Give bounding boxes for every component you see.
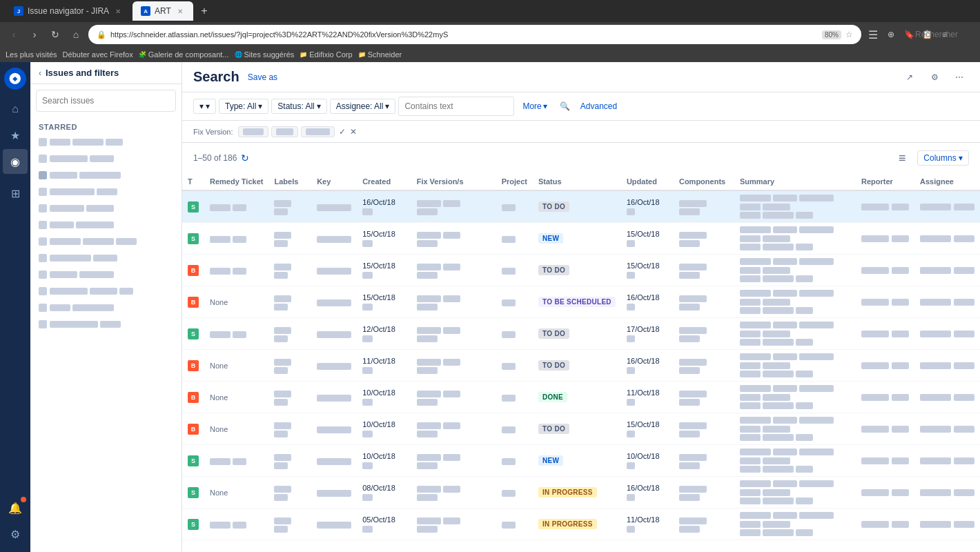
col-summary[interactable]: Summary [734, 173, 856, 190]
settings-button[interactable]: ⚙ [925, 68, 944, 87]
col-labels[interactable]: Labels [268, 173, 311, 190]
sidebar-item-12[interactable] [30, 316, 182, 333]
search-issues-input[interactable] [36, 90, 176, 112]
secondary-back-btn[interactable]: ‹ [39, 68, 41, 78]
table-row[interactable]: B None 10/Oct/18 DONE 11/Oct/18 [182, 382, 980, 413]
sidebar-item-1[interactable] [30, 134, 182, 150]
extension-icon-2[interactable]: ⊕ [883, 27, 899, 42]
col-reporter[interactable]: Reporter [856, 173, 914, 190]
more-filter-btn[interactable]: More ▾ [517, 99, 552, 113]
table-row[interactable]: B None 11/Oct/18 TO DO 16/Oct/18 [182, 350, 980, 382]
advanced-link[interactable]: Advanced [578, 101, 620, 111]
extension-icon-3[interactable]: 🔖 [901, 27, 917, 42]
col-status[interactable]: Status [533, 173, 621, 190]
sidebar-icon-notifications[interactable]: 🔔 [3, 495, 28, 520]
browser-search-input[interactable] [915, 30, 980, 39]
extension-icon-1[interactable]: ☰ [865, 27, 881, 42]
col-key[interactable]: Key [311, 173, 357, 190]
sidebar-icon-search[interactable]: ◉ [3, 149, 28, 174]
cell-key[interactable] [311, 445, 357, 477]
list-view-toggle[interactable]: ≡ [892, 148, 912, 168]
table-row[interactable]: B None 15/Oct/18 TO BE SCHEDULED 16/Oct/… [182, 286, 980, 318]
cell-status: IN PROGRESS [533, 509, 621, 540]
cell-key[interactable] [311, 509, 357, 540]
table-row[interactable]: S 15/Oct/18 NEW 15/Oct/18 [182, 223, 980, 255]
col-updated[interactable]: Updated [621, 173, 674, 190]
sidebar-item-8[interactable] [30, 250, 182, 266]
sidebar-icon-settings[interactable]: ⚙ [3, 522, 28, 546]
reload-button[interactable]: ↻ [47, 26, 63, 43]
share-button[interactable]: ↗ [900, 68, 919, 87]
sidebar-item-2[interactable] [30, 150, 182, 167]
status-filter-btn[interactable]: Status: All ▾ [271, 99, 326, 114]
star-address-icon[interactable]: ☆ [845, 30, 853, 39]
table-row[interactable]: S 16/Oct/18 TO DO 16/Oct/18 [182, 190, 980, 223]
sidebar-item-6[interactable] [30, 217, 182, 233]
filter-bar-2-checkmark[interactable]: ✓ [339, 127, 346, 137]
tab-jira[interactable]: J Issue navigator - JIRA ✕ [6, 1, 131, 21]
sidebar-item-11[interactable] [30, 299, 182, 316]
search-bar[interactable] [959, 27, 974, 42]
bookmark-2[interactable]: 🧩 Galerie de composant... [139, 50, 229, 59]
type-filter-btn[interactable]: Type: All ▾ [219, 99, 268, 114]
tab-jira-close[interactable]: ✕ [113, 6, 123, 16]
col-created[interactable]: Created [357, 173, 411, 190]
filter-bar-2-clear[interactable]: ✕ [350, 127, 357, 137]
contains-text-input[interactable] [398, 97, 514, 116]
sidebar-item-4[interactable] [30, 184, 182, 200]
sidebar-icon-star[interactable]: ★ [3, 123, 28, 148]
cell-key[interactable] [311, 382, 357, 413]
col-assignee[interactable]: Assignee [914, 173, 980, 190]
tab-art[interactable]: A ART ✕ [133, 1, 193, 21]
refresh-results-btn[interactable]: ↻ [241, 152, 249, 164]
address-text: https://schneider.atlassian.net/issues/?… [110, 30, 818, 39]
version-tag-1[interactable] [238, 126, 268, 137]
sidebar-icon-apps[interactable]: ⊞ [3, 181, 28, 206]
col-components[interactable]: Components [674, 173, 734, 190]
cell-key[interactable] [311, 350, 357, 382]
cell-key[interactable] [311, 286, 357, 318]
col-project[interactable]: Project [496, 173, 533, 190]
save-as-button[interactable]: Save as [245, 72, 280, 82]
home-button[interactable]: ⌂ [68, 26, 84, 43]
table-row[interactable]: S 12/Oct/18 TO DO 17/Oct/18 [182, 318, 980, 350]
table-row[interactable]: S None 08/Oct/18 IN PROGRESS 16/Oct/18 [182, 477, 980, 509]
forward-button[interactable]: › [26, 26, 43, 43]
sidebar-item-9[interactable] [30, 266, 182, 283]
col-type[interactable]: T [182, 173, 204, 190]
jira-logo[interactable] [4, 68, 26, 90]
table-row[interactable]: B None 10/Oct/18 TO DO 15/Oct/18 [182, 413, 980, 445]
table-row[interactable]: S 05/Oct/18 IN PROGRESS 11/Oct/18 [182, 509, 980, 540]
bookmark-0[interactable]: Les plus visités [6, 50, 57, 59]
more-header-button[interactable]: ⋯ [950, 68, 969, 87]
bookmark-1[interactable]: Débuter avec Firefox [63, 50, 133, 59]
table-row[interactable]: B 15/Oct/18 TO DO 15/Oct/18 [182, 255, 980, 286]
cell-key[interactable] [311, 190, 357, 223]
cell-key[interactable] [311, 413, 357, 445]
sidebar-icon-home[interactable]: ⌂ [3, 97, 28, 121]
col-remedy[interactable]: Remedy Ticket [204, 173, 268, 190]
bookmark-5[interactable]: 📁 Schneider [358, 50, 402, 59]
version-tag-3[interactable] [301, 126, 335, 137]
sidebar-item-3[interactable] [30, 167, 182, 184]
bookmark-4[interactable]: 📁 Edifixio Corp [300, 50, 352, 59]
filter-search-button[interactable]: 🔍 [556, 97, 575, 116]
cell-key[interactable] [311, 477, 357, 509]
sidebar-item-5[interactable] [30, 200, 182, 217]
back-button[interactable]: ‹ [6, 26, 22, 43]
tab-art-close[interactable]: ✕ [175, 6, 185, 16]
filter-expand-btn[interactable]: ▾▾ [193, 99, 216, 114]
cell-key[interactable] [311, 318, 357, 350]
address-bar[interactable]: 🔒 https://schneider.atlassian.net/issues… [88, 25, 861, 44]
col-fixversion[interactable]: Fix Version/s [411, 173, 485, 190]
sidebar-item-7[interactable] [30, 233, 182, 250]
cell-key[interactable] [311, 223, 357, 255]
table-row[interactable]: S 10/Oct/18 NEW 10/Oct/18 [182, 445, 980, 477]
version-tag-2[interactable] [271, 126, 298, 137]
sidebar-item-10[interactable] [30, 283, 182, 299]
bookmark-3[interactable]: 🌐 Sites suggérés [235, 50, 295, 59]
columns-button[interactable]: Columns ▾ [917, 150, 969, 166]
new-tab-button[interactable]: + [195, 1, 214, 21]
assignee-filter-btn[interactable]: Assignee: All ▾ [330, 99, 396, 114]
cell-key[interactable] [311, 255, 357, 286]
